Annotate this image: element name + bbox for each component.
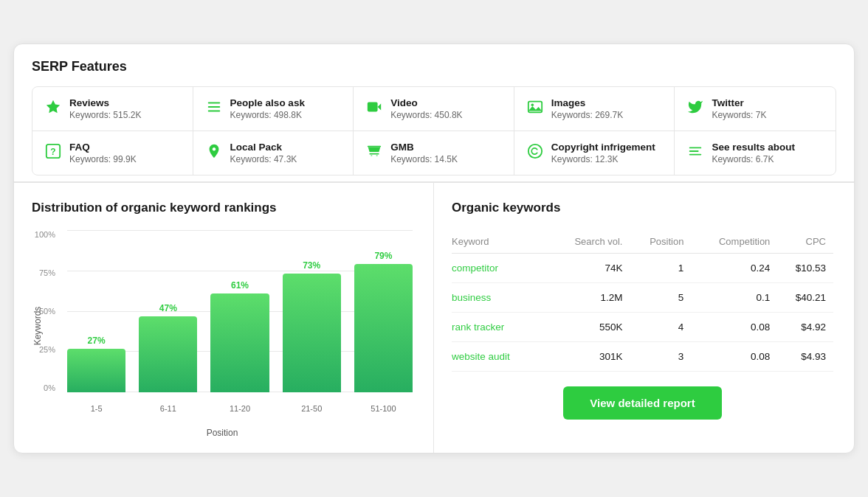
table-cell: 0.08 — [691, 313, 777, 342]
keywords-panel: Organic keywords KeywordSearch vol.Posit… — [434, 182, 854, 453]
table-header: CPC — [777, 230, 833, 254]
table-header: Competition — [691, 230, 777, 254]
svg-rect-13 — [689, 147, 702, 149]
keyword-anchor[interactable]: competitor — [452, 263, 498, 274]
serp-item-name: Local Pack — [230, 142, 297, 153]
bar-label-top: 79% — [374, 251, 392, 261]
serp-item-keywords: Keywords: 450.8K — [390, 110, 462, 120]
serp-title: SERP Features — [32, 59, 836, 74]
serp-section: SERP Features Reviews Keywords: 515.2K P… — [14, 44, 854, 182]
serp-item-faq: ? FAQ Keywords: 99.9K — [32, 131, 193, 175]
keyword-anchor[interactable]: website audit — [452, 351, 510, 362]
serp-item-copyright: Copyright infrigement Keywords: 12.3K — [514, 131, 675, 175]
serp-item-local-pack: Local Pack Keywords: 47.3K — [193, 131, 354, 175]
table-cell: 3 — [630, 342, 691, 372]
svg-rect-1 — [207, 102, 220, 104]
bar: 11-20 — [210, 293, 269, 392]
bar-21-50: 73% 21-50 — [283, 230, 341, 392]
list-icon — [205, 99, 223, 119]
y-axis-label: 0% — [32, 383, 61, 392]
svg-rect-2 — [207, 106, 220, 108]
y-axis: 0%25%50%75%100% — [32, 230, 61, 392]
table-cell: 0.08 — [691, 342, 777, 372]
table-cell: 1 — [630, 254, 691, 283]
serp-item-images: Images Keywords: 269.7K — [514, 87, 675, 131]
serp-item-keywords: Keywords: 47.3K — [230, 154, 297, 164]
y-axis-label: 75% — [32, 268, 61, 277]
y-axis-label: 100% — [32, 230, 61, 239]
bar-51-100: 79% 51-100 — [354, 230, 413, 392]
serp-item-name: FAQ — [69, 142, 137, 153]
table-cell: $4.93 — [777, 342, 833, 372]
svg-text:?: ? — [50, 147, 55, 157]
location-icon — [205, 143, 223, 163]
serp-item-keywords: Keywords: 269.7K — [551, 110, 623, 120]
serp-item-video: Video Keywords: 450.8K — [354, 87, 514, 131]
svg-rect-4 — [368, 102, 378, 112]
table-cell: 550K — [548, 313, 630, 342]
table-header: Search vol. — [548, 230, 630, 254]
bar: 21-50 — [283, 274, 341, 392]
lines-icon — [686, 143, 704, 163]
keyword-anchor[interactable]: business — [452, 292, 491, 303]
table-cell: 0.24 — [691, 254, 777, 283]
serp-grid: Reviews Keywords: 515.2K People also ask… — [32, 86, 836, 175]
table-cell: 1.2M — [548, 283, 630, 313]
serp-item-keywords: Keywords: 14.5K — [390, 154, 458, 164]
table-cell: 74K — [548, 254, 630, 283]
table-header: Position — [630, 230, 691, 254]
serp-item-keywords: Keywords: 12.3K — [551, 154, 655, 164]
video-icon — [365, 99, 383, 119]
keyword-link[interactable]: business — [452, 283, 548, 313]
serp-item-name: GMB — [390, 142, 458, 153]
bar: 1-5 — [67, 349, 125, 392]
serp-item-keywords: Keywords: 498.8K — [230, 110, 305, 120]
bar-label-top: 73% — [303, 260, 320, 271]
svg-rect-11 — [368, 146, 381, 147]
serp-item-name: People also ask — [230, 97, 305, 108]
bar-x-label: 21-50 — [301, 404, 322, 413]
table-cell: 0.1 — [691, 283, 777, 313]
table-cell: $10.53 — [777, 254, 833, 283]
serp-item-gmb: GMB Keywords: 14.5K — [354, 131, 514, 175]
keyword-anchor[interactable]: rank tracker — [452, 322, 504, 333]
serp-item-keywords: Keywords: 99.9K — [69, 154, 137, 164]
svg-marker-0 — [46, 100, 60, 113]
table-cell: 301K — [548, 342, 630, 372]
chart-container: Keywords 0%25%50%75%100% 27% 1-5 47% 6-1… — [32, 230, 413, 422]
x-axis-title: Position — [32, 428, 413, 438]
serp-item-keywords: Keywords: 7K — [712, 110, 766, 120]
bar-1-5: 27% 1-5 — [67, 230, 125, 392]
keyword-link[interactable]: website audit — [452, 342, 548, 372]
table-cell: $40.21 — [777, 283, 833, 313]
svg-point-7 — [531, 103, 534, 106]
keywords-table: KeywordSearch vol.PositionCompetitionCPC… — [452, 230, 833, 372]
serp-item-name: Reviews — [69, 97, 141, 108]
keyword-link[interactable]: competitor — [452, 254, 548, 283]
copyright-icon — [526, 143, 544, 163]
twitter-icon — [686, 99, 704, 119]
distribution-title: Distribution of organic keyword rankings — [32, 201, 413, 215]
view-report-button[interactable]: View detailed report — [563, 386, 721, 420]
keyword-link[interactable]: rank tracker — [452, 313, 548, 342]
svg-rect-14 — [689, 150, 699, 152]
serp-item-people-also-ask: People also ask Keywords: 498.8K — [193, 87, 354, 131]
image-icon — [526, 99, 544, 119]
bar-6-11: 47% 6-11 — [139, 230, 197, 392]
svg-marker-8 — [528, 106, 542, 111]
distribution-panel: Distribution of organic keyword rankings… — [14, 182, 434, 453]
svg-rect-3 — [207, 111, 220, 112]
serp-item-keywords: Keywords: 515.2K — [69, 110, 141, 120]
serp-item-see-results: See results about Keywords: 6.7K — [675, 131, 836, 175]
bottom-section: Distribution of organic keyword rankings… — [14, 182, 854, 453]
serp-item-name: See results about — [712, 142, 795, 153]
table-cell: 5 — [630, 283, 691, 313]
svg-point-12 — [528, 145, 542, 158]
bar: 6-11 — [139, 316, 197, 392]
serp-item-name: Video — [390, 97, 462, 108]
keywords-title: Organic keywords — [452, 201, 833, 215]
svg-marker-5 — [378, 103, 382, 110]
bar-x-label: 1-5 — [91, 404, 103, 413]
serp-item-name: Copyright infrigement — [551, 142, 655, 153]
svg-rect-15 — [689, 154, 702, 156]
